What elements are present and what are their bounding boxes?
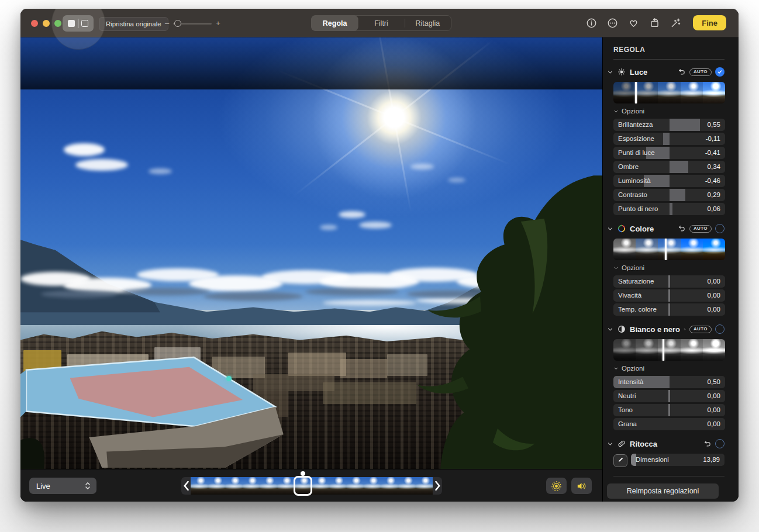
section-header-ritocca: Ritocca [607,438,724,449]
fullscreen-button[interactable] [54,20,61,27]
filmstrip-frame[interactable] [208,477,226,495]
undo-icon[interactable] [677,224,686,233]
options-toggle-colore[interactable]: Opzioni [613,264,724,271]
audio-button[interactable] [571,478,592,494]
slider-value: 0,00 [708,303,720,316]
slider-value: 13,89 [703,454,720,466]
undo-icon[interactable] [684,325,686,334]
revert-original-button[interactable]: Ripristina originale [99,17,168,31]
live-photo-button[interactable] [546,478,567,494]
auto-button[interactable]: AUTO [689,68,712,76]
live-mode-select[interactable]: Live [29,478,96,494]
filmstrip-frame[interactable] [398,477,416,495]
auto-button[interactable]: AUTO [689,326,712,333]
filmstrip-frame[interactable] [225,477,243,495]
enhance-icon[interactable] [670,18,681,29]
filmstrip-frame[interactable] [346,477,364,495]
slider-value: 0,34 [708,161,720,173]
filmstrip-scrub-dot[interactable] [301,471,305,476]
zoom-in-button[interactable]: + [216,17,220,30]
photo-foreground [20,37,602,469]
filmstrip-frame[interactable] [329,477,347,495]
options-label: Opzioni [622,264,644,271]
filmstrip-left-arrow[interactable] [181,477,191,495]
close-button[interactable] [31,20,38,27]
undo-icon[interactable] [703,440,712,448]
minimize-button[interactable] [43,20,50,27]
slider-contrasto[interactable]: Contrasto0,29 [613,189,725,201]
slider-vivacit-[interactable]: Vivacità0,00 [613,289,725,302]
section-toggle-ritocca[interactable] [715,439,724,448]
more-icon[interactable] [607,18,618,29]
slider-label: Esposizione [618,133,654,145]
bandage-icon [617,439,626,448]
info-icon[interactable] [586,18,597,29]
section-ritocca: RitoccaDimensioni13,89 [607,438,724,468]
slider-dimensioni[interactable]: Dimensioni13,89 [631,454,724,466]
tab-ritaglia[interactable]: Ritaglia [405,16,451,30]
chevron-down-icon[interactable] [607,326,613,333]
slider-brillantezza[interactable]: Brillantezza0,55 [613,119,725,131]
chevron-down-icon[interactable] [607,69,613,75]
chevron-down-icon[interactable] [607,441,613,447]
slider-fill [668,275,670,288]
retouch-brush-button[interactable] [613,454,627,467]
done-button[interactable]: Fine [693,15,726,30]
slider-fill [670,203,673,215]
undo-icon[interactable] [677,68,686,77]
rotate-icon[interactable] [649,18,660,29]
luce-preview-strip[interactable] [613,82,725,103]
slider-punto-di-nero[interactable]: Punto di nero0,06 [613,203,725,215]
filmstrip-frame[interactable] [277,477,295,495]
slider-value: 0,50 [708,376,720,388]
filmstrip-frame[interactable] [243,477,260,495]
canvas-area: Live [20,37,602,502]
bw-circle-icon [617,324,626,334]
zoom-out-button[interactable]: – [165,17,169,30]
reset-adjustments-button[interactable]: Reimposta regolazioni [607,483,719,499]
slider-intensit-[interactable]: Intensità0,50 [613,376,725,388]
filmstrip-frame[interactable] [364,477,381,495]
slider-grana[interactable]: Grana0,00 [613,418,725,430]
section-toggle-colore[interactable] [715,224,724,233]
slider-value: 0,00 [708,390,720,402]
filmstrip-frame[interactable] [312,477,329,495]
slider-saturazione[interactable]: Saturazione0,00 [613,275,725,288]
zoom-thumb[interactable] [174,20,181,27]
options-label: Opzioni [622,108,644,115]
slider-neutri[interactable]: Neutri0,00 [613,390,725,402]
slider-tono[interactable]: Tono0,00 [613,404,725,416]
tab-regola[interactable]: Regola [312,16,358,30]
slider-punti-di-luce[interactable]: Punti di luce-0,41 [613,147,725,159]
colore-preview-strip[interactable] [613,239,725,260]
filmstrip-frame[interactable] [381,477,398,495]
tab-filtri[interactable]: Filtri [358,16,404,30]
options-toggle-luce[interactable]: Opzioni [613,108,724,115]
filmstrip-frame[interactable] [294,477,312,495]
bianco-e-nero-preview-strip[interactable] [613,339,725,361]
before-after-toggle-button[interactable] [63,15,94,32]
slider-esposizione[interactable]: Esposizione-0,11 [613,133,725,145]
favorite-icon[interactable] [628,18,639,29]
slider-luminosit-[interactable]: Luminosità-0,46 [613,175,725,187]
chevron-down-icon[interactable] [607,226,613,232]
preview-thumb [681,339,703,361]
live-photo-icon [551,481,562,492]
slider-temp-colore[interactable]: Temp. colore0,00 [613,303,725,316]
filmstrip-frame[interactable] [260,477,277,495]
slider-ombre[interactable]: Ombre0,34 [613,161,725,173]
preview-thumb [613,82,636,103]
section-toggle-bianco-e-nero[interactable] [715,324,724,334]
filmstrip-right-arrow[interactable] [433,477,442,495]
auto-button[interactable]: AUTO [689,225,712,233]
audio-icon [576,481,587,492]
slider-fill [668,404,670,416]
zoom-track[interactable] [173,20,212,27]
photo-canvas[interactable] [20,37,602,469]
section-title: Luce [630,68,674,77]
filmstrip-frame[interactable] [416,477,433,495]
section-title: Ritocca [630,440,699,448]
section-toggle-luce[interactable] [715,67,724,77]
options-toggle-bianco-e-nero[interactable]: Opzioni [613,365,724,372]
filmstrip-frame[interactable] [191,477,208,495]
